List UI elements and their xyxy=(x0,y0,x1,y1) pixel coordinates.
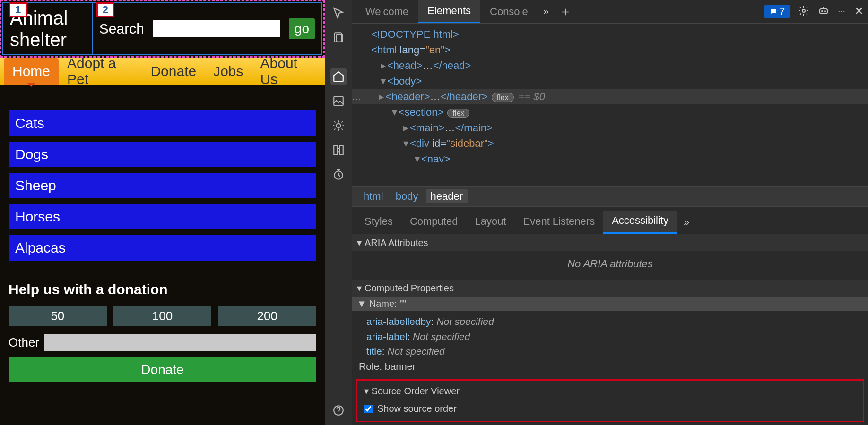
show-source-order-checkbox[interactable]: Show source order xyxy=(364,403,856,414)
svg-point-10 xyxy=(822,11,823,12)
debug-tool-icon[interactable] xyxy=(330,118,347,134)
header-search-cell: 2 Search go xyxy=(93,3,321,54)
flex-badge[interactable]: flex xyxy=(447,109,469,118)
subtab-computed[interactable]: Computed xyxy=(401,212,467,233)
svg-rect-0 xyxy=(334,33,341,42)
subtab-layout[interactable]: Layout xyxy=(466,212,514,233)
subtab-event-listeners[interactable]: Event Listeners xyxy=(515,212,604,233)
category-dogs[interactable]: Dogs xyxy=(9,142,316,167)
source-order-overlay: 1 Animal shelter 2 Search go xyxy=(0,0,325,58)
page-content: Cats Dogs Sheep Horses Alpacas Help us w… xyxy=(0,85,325,391)
nav-item-adopt[interactable]: Adopt a Pet xyxy=(59,58,142,85)
computed-properties-list: aria-labelledby: Not specified aria-labe… xyxy=(352,311,868,376)
settings-gear-icon[interactable] xyxy=(798,5,809,18)
close-devtools-icon[interactable] xyxy=(854,6,864,18)
donation-heading: Help us with a donation xyxy=(9,281,316,298)
source-order-viewer-header[interactable]: ▾ Source Order Viewer xyxy=(364,385,856,397)
page-header: 1 Animal shelter 2 Search go xyxy=(2,2,322,55)
performance-tool-icon[interactable] xyxy=(330,167,347,183)
dom-doctype[interactable]: <!DOCTYPE html> xyxy=(371,28,459,40)
chat-icon xyxy=(769,8,778,16)
aria-attributes-header[interactable]: ▾ARIA Attributes xyxy=(352,234,868,251)
svg-rect-9 xyxy=(820,9,827,14)
computed-properties-header[interactable]: ▾Computed Properties xyxy=(352,280,868,297)
breadcrumb-body[interactable]: body xyxy=(391,189,423,203)
nav-item-donate[interactable]: Donate xyxy=(142,58,205,85)
tab-welcome[interactable]: Welcome xyxy=(356,1,418,23)
amount-200[interactable]: 200 xyxy=(218,306,316,326)
svg-rect-4 xyxy=(334,145,338,155)
show-source-order-input[interactable] xyxy=(364,405,373,413)
nav-item-about[interactable]: About Us xyxy=(252,58,321,85)
main-nav: Home Adopt a Pet Donate Jobs About Us xyxy=(0,58,325,85)
donate-button[interactable]: Donate xyxy=(9,357,316,382)
flex-badge[interactable]: flex xyxy=(492,93,514,102)
other-amount-input[interactable] xyxy=(44,334,316,351)
dom-tree[interactable]: <!DOCTYPE html> <html lang="en"> ▸<head>… xyxy=(352,24,868,186)
inspect-element-icon[interactable] xyxy=(330,5,347,21)
breadcrumb-html[interactable]: html xyxy=(359,189,388,203)
category-list: Cats Dogs Sheep Horses Alpacas xyxy=(9,110,316,261)
tab-elements[interactable]: Elements xyxy=(418,0,480,23)
selected-node-indicator: == $0 xyxy=(519,91,545,102)
nav-item-jobs[interactable]: Jobs xyxy=(205,58,252,85)
more-options-icon[interactable]: ⋯ xyxy=(838,7,845,16)
issues-count: 7 xyxy=(780,6,785,17)
image-tool-icon[interactable] xyxy=(330,93,347,109)
activity-bar xyxy=(325,0,352,425)
devtools-tab-bar: Welcome Elements Console » ＋ 7 ⋯ xyxy=(352,0,868,24)
svg-point-11 xyxy=(825,11,825,12)
more-subtabs-icon[interactable]: » xyxy=(677,216,696,229)
devtools-main: Welcome Elements Console » ＋ 7 ⋯ <!DOCTY… xyxy=(352,0,868,425)
copilot-icon[interactable] xyxy=(818,5,829,18)
breadcrumb-header[interactable]: header xyxy=(426,189,468,203)
svg-rect-5 xyxy=(339,145,343,155)
nav-item-home[interactable]: Home xyxy=(4,58,59,85)
category-sheep[interactable]: Sheep xyxy=(9,173,316,198)
other-label: Other xyxy=(9,335,39,350)
subtab-styles[interactable]: Styles xyxy=(356,212,401,233)
help-icon[interactable] xyxy=(330,402,347,418)
subtab-accessibility[interactable]: Accessibility xyxy=(603,211,677,234)
category-alpacas[interactable]: Alpacas xyxy=(9,235,316,261)
svg-point-3 xyxy=(336,124,340,128)
more-tabs-icon[interactable]: » xyxy=(538,6,555,18)
donation-section: Help us with a donation 50 100 200 Other… xyxy=(9,281,316,382)
device-emulation-icon[interactable] xyxy=(330,29,347,45)
network-tool-icon[interactable] xyxy=(330,142,347,158)
activity-bar-divider xyxy=(329,57,348,57)
source-order-viewer-highlighted: ▾ Source Order Viewer Show source order xyxy=(356,379,864,422)
accessibility-pane: ▾ARIA Attributes No ARIA attributes ▾Com… xyxy=(352,234,868,425)
search-label: Search xyxy=(99,21,144,37)
svg-point-8 xyxy=(802,9,805,12)
other-amount-row: Other xyxy=(9,334,316,351)
category-horses[interactable]: Horses xyxy=(9,204,316,230)
amount-100[interactable]: 100 xyxy=(113,306,212,326)
tab-bar-right: 7 ⋯ xyxy=(764,5,864,18)
search-go-button[interactable]: go xyxy=(289,18,315,39)
dom-breadcrumb: html body header xyxy=(352,186,868,207)
name-property-row[interactable]: ▼Name: "" xyxy=(352,297,868,311)
styles-tab-bar: Styles Computed Layout Event Listeners A… xyxy=(352,207,868,234)
devtools-panel: Welcome Elements Console » ＋ 7 ⋯ <!DOCTY… xyxy=(325,0,868,425)
amount-50[interactable]: 50 xyxy=(9,306,107,326)
source-order-badge-2: 2 xyxy=(96,2,114,17)
tab-console[interactable]: Console xyxy=(480,1,538,23)
header-title-cell: 1 Animal shelter xyxy=(3,3,93,54)
donation-amounts: 50 100 200 xyxy=(9,306,316,326)
source-order-badge-1: 1 xyxy=(9,2,27,17)
search-input[interactable] xyxy=(153,20,280,37)
no-aria-text: No ARIA attributes xyxy=(352,251,868,280)
issues-button[interactable]: 7 xyxy=(764,5,790,18)
category-cats[interactable]: Cats xyxy=(9,110,316,136)
add-tab-icon[interactable]: ＋ xyxy=(555,3,576,20)
elements-tool-icon[interactable] xyxy=(330,68,347,85)
rendered-page: 1 Animal shelter 2 Search go Home Adopt … xyxy=(0,0,325,425)
